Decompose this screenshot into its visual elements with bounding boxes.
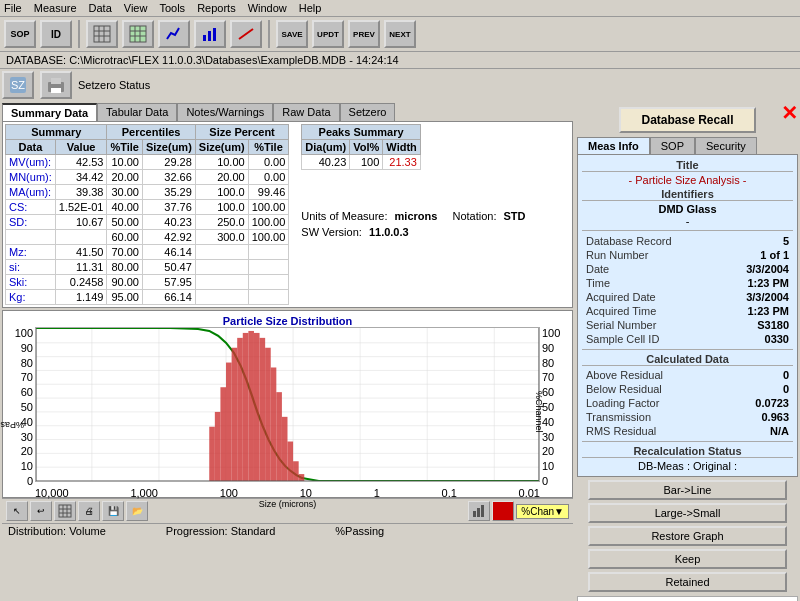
transmission-value: 0.963 <box>761 411 789 423</box>
tab-tabular[interactable]: Tabular Data <box>97 103 177 121</box>
size-percent-header: Size Percent <box>195 125 289 140</box>
identifier-sub: - <box>582 215 793 227</box>
save-button[interactable]: SAVE <box>276 20 308 48</box>
tab-setzero[interactable]: Setzero <box>340 103 396 121</box>
y-label-60l: 60 <box>21 386 33 398</box>
menu-data[interactable]: Data <box>89 2 112 14</box>
menubar: File Measure Data View Tools Reports Win… <box>0 0 800 17</box>
next-button[interactable]: NEXT <box>384 20 416 48</box>
menu-reports[interactable]: Reports <box>197 2 236 14</box>
svg-rect-18 <box>51 88 61 93</box>
col-sizeum1: Size(um) <box>142 140 195 155</box>
retained-btn[interactable]: Retained <box>588 572 787 592</box>
above-residual-value: 0 <box>783 369 789 381</box>
cell-mn-label: MN(um): <box>6 170 56 185</box>
time-label: Time <box>586 277 610 289</box>
progression-label: Progression: Standard <box>166 525 275 537</box>
right-tab-security[interactable]: Security <box>695 137 757 154</box>
close-button[interactable]: ✕ <box>781 101 798 125</box>
menu-view[interactable]: View <box>124 2 148 14</box>
loading-factor-value: 0.0723 <box>755 397 789 409</box>
line-button[interactable] <box>230 20 262 48</box>
x-1: 1 <box>374 487 380 499</box>
database-recall-button[interactable]: Database Recall <box>619 107 755 133</box>
grid2-icon <box>129 25 147 43</box>
units-label: Units of Measure: <box>301 210 387 222</box>
cell-empty9 <box>195 290 248 305</box>
bar-button[interactable] <box>194 20 226 48</box>
large-small-btn[interactable]: Large->Small <box>588 503 787 523</box>
sop-button[interactable]: SOP <box>4 20 36 48</box>
title-section-label: Title <box>582 159 793 172</box>
peaks-dia: 40.23 <box>302 155 350 170</box>
cell-empty1 <box>6 230 56 245</box>
bar-line-btn[interactable]: Bar->Line <box>588 480 787 500</box>
right-tab-sop[interactable]: SOP <box>650 137 695 154</box>
table-row: Kg: 1.149 95.00 66.14 <box>6 290 289 305</box>
y-label-80l: 80 <box>21 357 33 369</box>
tab-notes[interactable]: Notes/Warnings <box>177 103 273 121</box>
cell-ski-value: 0.2458 <box>55 275 107 290</box>
prev-button[interactable]: PREV <box>348 20 380 48</box>
cell-s20: 32.66 <box>142 170 195 185</box>
cell-ski-label: Ski: <box>6 275 56 290</box>
units-row1: Units of Measure: microns Notation: STD <box>301 210 525 222</box>
cell-p95: 95.00 <box>107 290 143 305</box>
printer-btn[interactable] <box>40 71 72 99</box>
grid2-button[interactable] <box>122 20 154 48</box>
graph-button[interactable] <box>158 20 190 48</box>
line-icon <box>237 25 255 43</box>
display-label: %Passing <box>335 525 384 537</box>
cell-s95: 66.14 <box>142 290 195 305</box>
svg-rect-47 <box>271 367 277 481</box>
distribution-label: Distribution: Volume <box>8 525 106 537</box>
svg-rect-51 <box>293 461 299 481</box>
cell-mn-value: 34.42 <box>55 170 107 185</box>
cell-si-value: 11.31 <box>55 260 107 275</box>
peaks-table-container: Peaks Summary Dia(um) Vol% Width 40.23 <box>301 124 525 305</box>
restore-graph-btn[interactable]: Restore Graph <box>588 526 787 546</box>
svg-rect-42 <box>243 333 249 481</box>
svg-rect-11 <box>208 31 211 41</box>
menu-help[interactable]: Help <box>299 2 322 14</box>
bar-icon <box>201 25 219 43</box>
units-info: Units of Measure: microns Notation: STD … <box>301 210 525 238</box>
menu-file[interactable]: File <box>4 2 22 14</box>
cell-mv-label: MV(um): <box>6 155 56 170</box>
cell-pt100a: 99.46 <box>248 185 289 200</box>
y-label-20l: 20 <box>21 445 33 457</box>
col-ptile: %Tile <box>107 140 143 155</box>
cell-sp300: 300.0 <box>195 230 248 245</box>
svg-rect-5 <box>130 26 146 42</box>
menu-measure[interactable]: Measure <box>34 2 77 14</box>
x-01: 0.1 <box>442 487 457 499</box>
svg-rect-61 <box>473 511 476 517</box>
id-button[interactable]: ID <box>40 20 72 48</box>
menu-window[interactable]: Window <box>248 2 287 14</box>
chart-svg <box>35 327 540 482</box>
date-row: Date 3/3/2004 <box>582 262 793 276</box>
grid1-button[interactable] <box>86 20 118 48</box>
tab-summary[interactable]: Summary Data <box>2 103 97 121</box>
serial-row: Serial Number S3180 <box>582 318 793 332</box>
toolbar-sep2 <box>268 20 270 48</box>
acq-time-label: Acquired Time <box>586 305 656 317</box>
tab-raw[interactable]: Raw Data <box>273 103 339 121</box>
date-value: 3/3/2004 <box>746 263 789 275</box>
loading-factor-row: Loading Factor 0.0723 <box>582 396 793 410</box>
keep-btn[interactable]: Keep <box>588 549 787 569</box>
cell-p60: 60.00 <box>107 230 143 245</box>
x-100: 100 <box>220 487 238 499</box>
menu-tools[interactable]: Tools <box>159 2 185 14</box>
y-label-90r: 90 <box>542 342 554 354</box>
setzero-icon-btn[interactable]: SZ <box>2 71 34 99</box>
updt-button[interactable]: UPDT <box>312 20 344 48</box>
svg-rect-45 <box>260 338 266 481</box>
units-value: microns <box>395 210 438 222</box>
toolbar: SOP ID SAVE UPDT PREV NEXT <box>0 17 800 52</box>
table-row: Ski: 0.2458 90.00 57.95 <box>6 275 289 290</box>
cell-ma-value: 39.38 <box>55 185 107 200</box>
sample-cell-row: Sample Cell ID 0330 <box>582 332 793 346</box>
right-tab-meas[interactable]: Meas Info <box>577 137 650 154</box>
cell-sp100a: 100.0 <box>195 185 248 200</box>
